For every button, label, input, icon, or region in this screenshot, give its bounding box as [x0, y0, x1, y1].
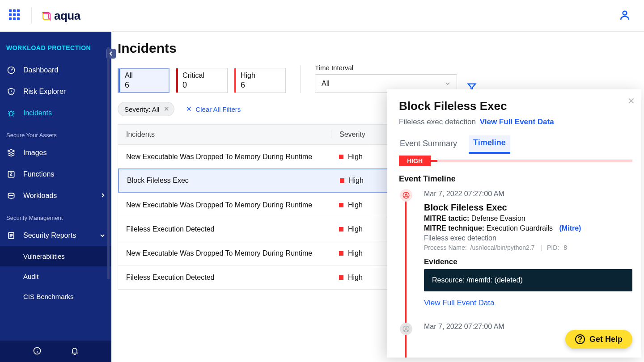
severity-card-group: All 6 Critical 0 High 6	[118, 68, 286, 93]
select-value: All	[322, 80, 330, 88]
severity-badge: HIGH	[399, 156, 431, 166]
info-icon[interactable]	[33, 346, 42, 357]
table-cell-severity: High	[331, 225, 363, 233]
process-name-label: Process Name:	[424, 244, 467, 251]
severity-card-label: All	[125, 72, 169, 80]
timeline-event2-time: Mar 7, 2022 07:27:00 AM	[424, 323, 504, 331]
sidebar-item-workloads[interactable]: Workloads	[0, 185, 111, 206]
table-cell-severity: High	[331, 153, 363, 161]
sidebar-item-risk-explorer[interactable]: Risk Explorer	[0, 81, 111, 102]
sidebar-item-label: Images	[23, 149, 47, 157]
filter-chip-label: Severity: All	[124, 105, 159, 113]
sidebar-item-label: Workloads	[23, 192, 57, 200]
time-interval-group: Time Interval All	[315, 64, 457, 93]
severity-dot-icon	[339, 275, 343, 280]
timeline-event-name: Block Fileless Exec	[424, 202, 632, 213]
severity-dot-icon	[339, 251, 343, 256]
severity-card-high[interactable]: High 6	[234, 68, 286, 93]
table-cell-incident-name: Block Fileless Exec	[119, 177, 332, 185]
page-title: Incidents	[118, 41, 636, 56]
tab-event-summary[interactable]: Event Summary	[399, 136, 458, 153]
timeline-dot-grey-icon	[400, 323, 412, 335]
close-icon: ✕	[186, 105, 192, 113]
view-full-event-data-link[interactable]: View Full Event Data	[480, 118, 554, 126]
table-cell-severity: High	[332, 177, 364, 185]
severity-dot-icon	[339, 227, 343, 232]
chevron-down-icon	[445, 80, 450, 88]
incident-detail-panel: ✕ Block Fileless Exec Fileless exec dete…	[387, 89, 641, 358]
filter-chip-severity[interactable]: Severity: All ✕	[118, 102, 174, 116]
severity-text: High	[348, 201, 363, 209]
get-help-label: Get Help	[589, 335, 623, 344]
table-cell-severity: High	[331, 249, 363, 257]
sidebar-item-incidents[interactable]: Incidents	[0, 102, 111, 124]
mitre-technique-row: MITRE technique: Execution Guardrails (M…	[424, 224, 632, 232]
severity-card-all[interactable]: All 6	[118, 68, 169, 93]
severity-dot-icon	[339, 203, 343, 207]
sidebar: WORKLOAD PROTECTION Dashboard Risk Explo…	[0, 32, 111, 362]
severity-card-count: 6	[125, 80, 169, 90]
logo-mark-icon	[42, 11, 51, 21]
time-interval-label: Time Interval	[315, 64, 457, 72]
top-bar: aqua	[0, 0, 644, 32]
sidebar-item-functions[interactable]: Functions	[0, 164, 111, 185]
table-cell-severity: High	[331, 201, 363, 209]
mitre-technique-value: Execution Guardrails	[487, 224, 553, 232]
sidebar-item-label: CIS Benchmarks	[23, 293, 74, 300]
brand-logo[interactable]: aqua	[42, 9, 80, 23]
pid-label: PID:	[547, 244, 559, 251]
user-profile-icon[interactable]	[619, 9, 631, 22]
clear-all-label: Clear All Filters	[195, 105, 241, 113]
severity-card-count: 6	[241, 80, 285, 90]
sidebar-item-images[interactable]: Images	[0, 142, 111, 164]
gauge-icon	[6, 66, 16, 75]
tab-timeline[interactable]: Timeline	[469, 135, 510, 154]
severity-text: High	[348, 225, 363, 233]
function-icon	[6, 170, 16, 179]
get-help-button[interactable]: ? Get Help	[565, 330, 632, 349]
mitre-tactic-value: Defense Evasion	[471, 215, 525, 222]
view-full-event-data-link-2[interactable]: View Full Event Data	[424, 299, 494, 307]
clear-all-filters-link[interactable]: ✕ Clear All Filters	[186, 105, 241, 113]
sidebar-item-label: Functions	[23, 170, 54, 178]
bell-icon[interactable]	[70, 346, 79, 357]
svg-point-9	[405, 328, 407, 330]
timeline-event: Mar 7, 2022 07:27:00 AM Block Fileless E…	[399, 190, 632, 331]
table-cell-incident-name: New Executable Was Dropped To Memory Dur…	[118, 249, 331, 257]
severity-dot-icon	[340, 178, 344, 183]
help-icon: ?	[575, 334, 585, 344]
app-switcher-icon[interactable]	[9, 9, 21, 22]
sidebar-section-title: WORKLOAD PROTECTION	[0, 32, 111, 59]
shield-exclaim-icon	[6, 87, 16, 96]
severity-card-critical[interactable]: Critical 0	[176, 68, 228, 93]
timeline-event-time: Mar 7, 2022 07:27:00 AM	[424, 190, 632, 198]
sidebar-subitem-audit[interactable]: Audit	[0, 266, 111, 286]
timeline-title: Event Timeline	[399, 174, 632, 184]
mitre-link[interactable]: (Mitre)	[559, 224, 581, 232]
sidebar-subitem-vulnerabilities[interactable]: Vulnerabilities	[0, 246, 111, 266]
evidence-label: Evidence	[424, 257, 632, 266]
sidebar-item-security-reports[interactable]: Security Reports	[0, 225, 111, 246]
sidebar-subhead-assets: Secure Your Assets	[0, 124, 111, 142]
sidebar-item-label: Incidents	[23, 109, 52, 117]
evidence-box: Resource: /memfd: (deleted)	[424, 269, 632, 291]
sidebar-subitem-cis-benchmarks[interactable]: CIS Benchmarks	[0, 286, 111, 307]
filter-row: All 6 Critical 0 High 6 Time Interval Al…	[118, 64, 636, 93]
chip-remove-icon[interactable]: ✕	[164, 105, 169, 113]
mitre-tactic-label: MITRE tactic:	[424, 215, 469, 222]
topbar-divider	[31, 8, 32, 24]
severity-text: High	[349, 177, 364, 185]
severity-card-label: Critical	[182, 72, 227, 80]
mitre-tactic-row: MITRE tactic: Defense Evasion	[424, 215, 632, 223]
svg-point-2	[9, 112, 13, 115]
timeline-event-meta: Process Name: /usr/local/bin/python2.7 |…	[424, 244, 632, 251]
sidebar-item-dashboard[interactable]: Dashboard	[0, 59, 111, 81]
sidebar-item-label: Vulnerabilities	[23, 253, 65, 260]
severity-card-count: 0	[182, 80, 227, 90]
vertical-divider	[300, 65, 301, 93]
panel-subtitle-text: Fileless exec detection	[399, 118, 476, 126]
process-name-value: /usr/local/bin/python2.7	[470, 244, 535, 251]
severity-dot-icon	[339, 155, 343, 159]
bug-icon	[6, 109, 16, 118]
panel-close-icon[interactable]: ✕	[627, 96, 635, 106]
